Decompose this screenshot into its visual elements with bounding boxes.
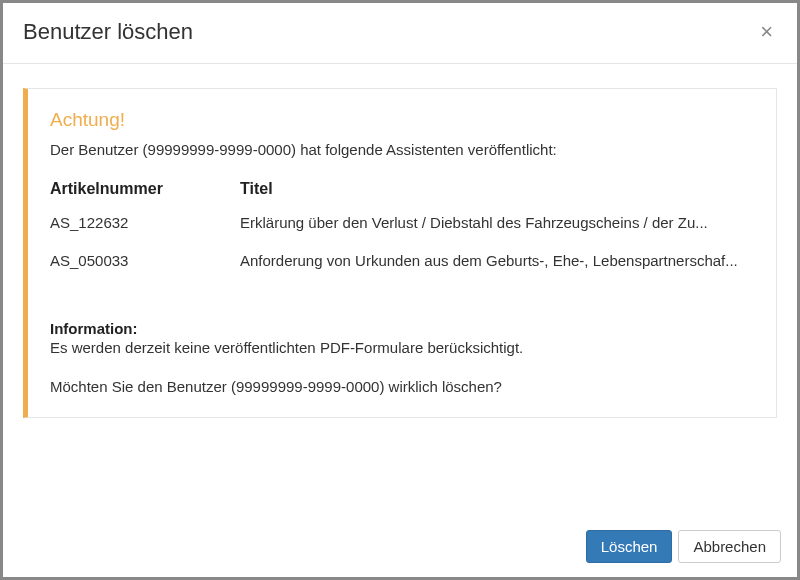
confirm-text: Möchten Sie den Benutzer (99999999-9999-… — [50, 378, 754, 395]
cell-title: Erklärung über den Verlust / Diebstahl d… — [240, 208, 754, 246]
info-heading: Information: — [50, 320, 754, 337]
warning-panel: Achtung! Der Benutzer (99999999-9999-000… — [23, 88, 777, 418]
delete-user-dialog: Benutzer löschen × Achtung! Der Benutzer… — [3, 3, 797, 577]
assistants-table: Artikelnummer Titel AS_122632 Erklärung … — [50, 176, 754, 284]
table-header-article: Artikelnummer — [50, 176, 240, 208]
close-icon[interactable]: × — [756, 21, 777, 43]
table-row: AS_122632 Erklärung über den Verlust / D… — [50, 208, 754, 246]
dialog-header: Benutzer löschen × — [3, 3, 797, 64]
delete-button[interactable]: Löschen — [586, 530, 673, 563]
table-row: AS_050033 Anforderung von Urkunden aus d… — [50, 246, 754, 284]
info-text: Es werden derzeit keine veröffentlichten… — [50, 339, 754, 356]
dialog-footer: Löschen Abbrechen — [3, 520, 797, 577]
table-header-title: Titel — [240, 176, 754, 208]
dialog-body: Achtung! Der Benutzer (99999999-9999-000… — [3, 64, 797, 520]
cancel-button[interactable]: Abbrechen — [678, 530, 781, 563]
warning-intro: Der Benutzer (99999999-9999-0000) hat fo… — [50, 141, 754, 158]
cell-title: Anforderung von Urkunden aus dem Geburts… — [240, 246, 754, 284]
cell-article: AS_050033 — [50, 246, 240, 284]
warning-title: Achtung! — [50, 109, 754, 131]
dialog-title: Benutzer löschen — [23, 19, 193, 45]
cell-article: AS_122632 — [50, 208, 240, 246]
